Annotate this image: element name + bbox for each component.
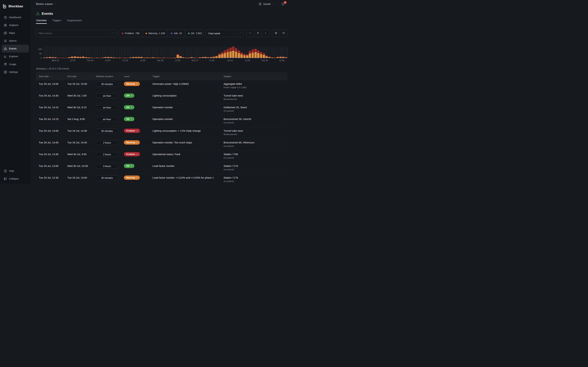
column-header-relative-duration[interactable]: Relative duration bbox=[96, 75, 124, 78]
sidebar-item-explorer[interactable]: Explorer bbox=[2, 52, 29, 60]
notifications-button[interactable]: 3 bbox=[281, 2, 285, 6]
chart-plot bbox=[43, 47, 287, 58]
level-direction-icon: ▲ bbox=[136, 177, 138, 178]
column-header-end-date[interactable]: End date bbox=[67, 75, 96, 78]
user-menu[interactable]: Daniël bbox=[259, 2, 274, 6]
level-pill[interactable]: Problem ▲ bbox=[124, 129, 140, 133]
sidebar-item-maps[interactable]: Maps bbox=[2, 29, 29, 37]
grouped-view-button[interactable] bbox=[280, 30, 287, 37]
relative-duration-box: 2 hours bbox=[96, 140, 118, 145]
filter-row: Problem 756 Warning 1.326 Info 42 bbox=[36, 29, 287, 37]
end-date-cell: Wed 30 Jul, 8:15 bbox=[67, 104, 96, 115]
sidebar-item-collapse[interactable]: Collapse bbox=[2, 175, 29, 183]
ok-dot-icon bbox=[188, 33, 190, 34]
workspace-switcher[interactable]: Demo cases bbox=[36, 2, 56, 6]
column-header-subject[interactable]: Subject bbox=[224, 75, 287, 78]
relative-duration-box: 30 minutes bbox=[96, 129, 118, 133]
y-axis-tick-label: 100 bbox=[38, 48, 42, 50]
level-cell: Warning ▲ bbox=[124, 80, 152, 92]
table-row[interactable]: Tue 29 Jul, 13:45 Tue 29 Jul, 15:45 2 ho… bbox=[36, 139, 287, 150]
column-header-trigger[interactable]: Trigger bbox=[152, 75, 224, 78]
subject-cell: Bronzestreet 65, Hilversum (no parent) bbox=[224, 139, 287, 150]
subject-parent: Beneluxtunnel bbox=[224, 98, 287, 100]
chart-bar bbox=[85, 47, 87, 58]
table-row[interactable]: Tue 29 Jul, 12:30 Tue 29 Jul, 13:00 30 m… bbox=[36, 174, 287, 184]
table-row[interactable]: Tue 29 Jul, 13:00 Wed 30 Jul, 10:30 3 ho… bbox=[36, 162, 287, 174]
chevron-left-icon bbox=[249, 32, 252, 35]
column-header-start-date[interactable]: Start date bbox=[39, 75, 67, 78]
level-pill[interactable]: OK ▼ bbox=[124, 105, 134, 109]
x-axis-tick-label: Thu 24 bbox=[87, 59, 93, 62]
sidebar-item-dashboard[interactable]: Dashboard bbox=[2, 13, 29, 21]
chart-bar bbox=[193, 47, 196, 58]
warning-dot-icon bbox=[146, 33, 147, 34]
table-row[interactable]: Tue 29 Jul, 13:30 Wed 30 Jul, 3:00 2 hou… bbox=[36, 150, 287, 162]
chevron-right-icon bbox=[264, 32, 267, 35]
tab-overview[interactable]: Overview bbox=[36, 18, 47, 24]
x-axis-tick bbox=[72, 58, 73, 59]
previous-period-button[interactable] bbox=[246, 30, 254, 37]
chart-bar bbox=[152, 47, 154, 58]
time-range-dropdown-button[interactable] bbox=[237, 31, 244, 35]
sidebar-item-events[interactable]: Events bbox=[2, 45, 29, 52]
sidebar-item-settings[interactable]: Settings bbox=[2, 68, 29, 76]
table-row[interactable]: Tue 29 Jul, 15:00 Tue 29 Jul, 15:30 30 m… bbox=[36, 80, 287, 92]
sidebar-item-usage[interactable]: Usage bbox=[2, 60, 29, 68]
x-axis-tick-label: 12:00 bbox=[279, 59, 285, 62]
chart-bar bbox=[68, 47, 71, 58]
notification-count-badge: 3 bbox=[284, 1, 286, 4]
filter-dropdown-button[interactable] bbox=[109, 31, 116, 35]
table-row[interactable]: Tue 29 Jul, 14:15 Wed 30 Jul, 8:15 an ho… bbox=[36, 104, 287, 115]
chart-bar bbox=[46, 47, 48, 58]
next-period-button[interactable] bbox=[262, 30, 269, 37]
tab-suppressions[interactable]: Suppressions bbox=[67, 18, 82, 24]
sidebar-item-subjects[interactable]: Subjects bbox=[2, 21, 29, 29]
list-view-button[interactable] bbox=[272, 30, 280, 37]
table-row[interactable]: Tue 29 Jul, 14:30 Wed 30 Jul, 1:00 an ho… bbox=[36, 92, 287, 104]
sidebar-item-help[interactable]: Help bbox=[2, 167, 29, 175]
chart-bar bbox=[93, 47, 96, 58]
chart-bar bbox=[265, 47, 268, 58]
subjects-icon bbox=[4, 24, 7, 27]
sidebar-item-alarms[interactable]: Alarms bbox=[2, 37, 29, 45]
chart-bar bbox=[91, 47, 93, 58]
pause-live-button[interactable] bbox=[254, 30, 262, 37]
filter-events-input[interactable] bbox=[36, 32, 109, 35]
level-pill[interactable]: OK ▼ bbox=[124, 93, 134, 98]
filter-level-ok[interactable]: OK 2.602 bbox=[185, 30, 203, 37]
time-range-select[interactable]: Past week bbox=[206, 29, 244, 37]
level-pill[interactable]: Warning ▲ bbox=[124, 140, 140, 145]
circle-lines-icon bbox=[282, 32, 285, 35]
table-row[interactable]: Tue 29 Jul, 14:15 Sat 2 Aug, 8:00 an hou… bbox=[36, 115, 287, 127]
x-axis-tick bbox=[265, 58, 265, 59]
level-pill[interactable]: OK ▼ bbox=[124, 164, 134, 168]
chart-bar bbox=[204, 47, 207, 58]
chart-bar bbox=[179, 47, 182, 58]
filter-level-warning[interactable]: Warning 1.326 bbox=[142, 30, 168, 37]
sidebar-footer: Help Collapse bbox=[0, 167, 31, 183]
info-dot-icon bbox=[171, 33, 172, 34]
filter-level-info[interactable]: Info 42 bbox=[168, 30, 185, 37]
chart-bar bbox=[213, 47, 215, 58]
column-header-level[interactable]: Level bbox=[124, 75, 152, 78]
chart-bar bbox=[174, 47, 176, 58]
chart-bar bbox=[279, 47, 282, 58]
filter-level-problem[interactable]: Problem 756 bbox=[119, 30, 142, 37]
x-axis-tick-label: Wed 23 bbox=[52, 59, 59, 62]
blockbax-logo-icon bbox=[2, 4, 7, 9]
pie-chart-icon bbox=[4, 63, 7, 66]
subject-name: Tunnel tube west bbox=[224, 129, 287, 132]
tab-triggers[interactable]: Triggers bbox=[52, 18, 61, 24]
x-axis-tick bbox=[108, 58, 108, 59]
level-pill[interactable]: Problem ▲ bbox=[124, 152, 140, 156]
app-root: Blockbax Dashboard Subjects Maps Alarms … bbox=[0, 0, 294, 184]
chart-bar bbox=[157, 47, 159, 58]
chart-bar bbox=[218, 47, 221, 58]
level-pill[interactable]: OK ▼ bbox=[124, 117, 134, 121]
table-row[interactable]: Tue 29 Jul, 14:00 Tue 29 Jul, 14:30 30 m… bbox=[36, 127, 287, 139]
chart-bar bbox=[285, 47, 287, 58]
level-pill[interactable]: Warning ▲ bbox=[124, 175, 140, 180]
workspace-name: Demo cases bbox=[36, 2, 53, 6]
level-pill[interactable]: Warning ▲ bbox=[124, 82, 140, 86]
logo[interactable]: Blockbax bbox=[0, 0, 31, 10]
